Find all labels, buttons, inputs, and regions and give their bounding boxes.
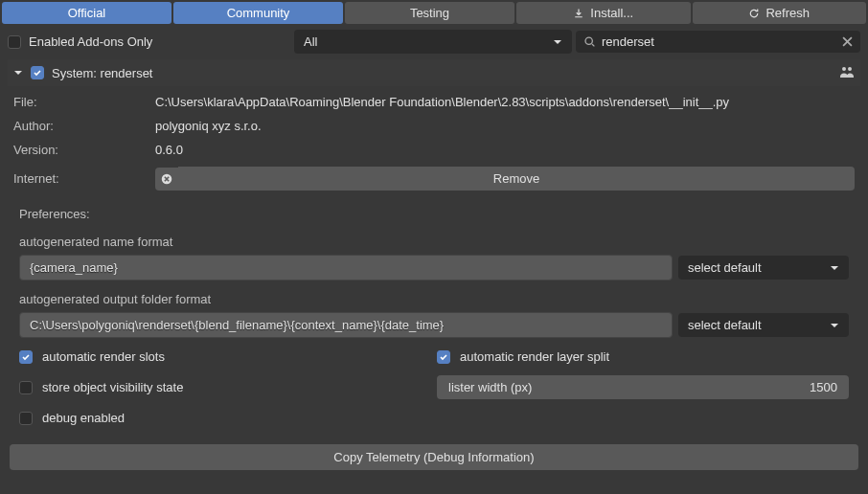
addon-title: System: renderset <box>52 66 832 80</box>
info-row-file: File: C:\Users\klara\AppData\Roaming\Ble… <box>8 90 860 114</box>
select-default-label: select default <box>688 318 762 332</box>
store-visibility-checkbox[interactable] <box>19 381 33 394</box>
info-label: Author: <box>13 119 148 133</box>
name-format-label: autogenerated name format <box>19 235 849 249</box>
lister-width-label: lister width (px) <box>448 380 532 394</box>
source-tabbar: Official Community Testing Install... Re… <box>0 0 868 26</box>
folder-format-input[interactable] <box>19 312 673 338</box>
svg-point-0 <box>585 37 592 44</box>
addon-header[interactable]: System: renderset <box>8 59 860 86</box>
enabled-only-label: Enabled Add-ons Only <box>29 34 152 49</box>
disclosure-down-icon <box>13 68 23 78</box>
folder-format-label: autogenerated output folder format <box>19 292 849 306</box>
auto-slots-checkbox[interactable] <box>19 350 33 364</box>
filter-bar: Enabled Add-ons Only All <box>0 26 868 57</box>
refresh-button[interactable]: Refresh <box>693 2 867 24</box>
search-input[interactable] <box>602 34 836 49</box>
debug-label: debug enabled <box>42 411 125 425</box>
install-label: Install... <box>590 6 633 20</box>
info-row-version: Version: 0.6.0 <box>8 138 860 162</box>
preferences-heading: Preferences: <box>19 207 849 221</box>
community-icon <box>839 65 855 80</box>
refresh-label: Refresh <box>765 6 810 20</box>
install-button[interactable]: Install... <box>516 2 691 24</box>
auto-slots-label: automatic render slots <box>42 349 165 364</box>
debug-checkbox[interactable] <box>19 412 33 425</box>
info-value: C:\Users\klara\AppData\Roaming\Blender F… <box>155 95 855 109</box>
download-icon <box>573 8 584 19</box>
info-row-author: Author: polygoniq xyz s.r.o. <box>8 114 860 138</box>
addon-info: File: C:\Users\klara\AppData\Roaming\Ble… <box>8 86 860 199</box>
auto-layer-checkbox[interactable] <box>437 350 450 364</box>
select-default-label: select default <box>688 260 762 275</box>
tab-community[interactable]: Community <box>173 2 343 24</box>
chevron-down-icon <box>830 321 839 330</box>
clear-search-icon[interactable] <box>842 36 853 47</box>
auto-layer-label: automatic render layer split <box>460 349 609 364</box>
info-label: File: <box>13 95 148 109</box>
info-label: Version: <box>13 143 148 157</box>
name-format-input[interactable] <box>19 255 673 281</box>
remove-button[interactable]: Remove <box>178 167 855 191</box>
info-label: Internet: <box>13 171 148 186</box>
internet-link-button[interactable] <box>155 168 178 191</box>
addon-enable-checkbox[interactable] <box>31 66 44 79</box>
category-value: All <box>304 34 317 49</box>
tab-testing[interactable]: Testing <box>345 2 514 24</box>
tab-official[interactable]: Official <box>2 2 171 24</box>
lister-width-value: 1500 <box>810 380 837 394</box>
addon-preferences: Preferences: autogenerated name format s… <box>8 199 860 444</box>
refresh-icon <box>748 8 760 19</box>
category-select[interactable]: All <box>294 30 572 54</box>
chevron-down-icon <box>830 263 839 273</box>
info-value: polygoniq xyz s.r.o. <box>155 119 855 133</box>
cancel-circle-icon <box>160 172 173 186</box>
folder-format-default-select[interactable]: select default <box>678 313 849 337</box>
info-row-internet: Internet: Remove <box>8 162 860 195</box>
copy-telemetry-button[interactable]: Copy Telemetry (Debug Information) <box>10 444 858 470</box>
store-visibility-label: store object visibility state <box>42 380 183 394</box>
search-icon <box>583 35 596 48</box>
lister-width-field[interactable]: lister width (px) 1500 <box>437 375 849 399</box>
name-format-default-select[interactable]: select default <box>678 256 849 280</box>
info-value: 0.6.0 <box>155 143 855 157</box>
chevron-down-icon <box>553 37 562 47</box>
search-field[interactable] <box>576 31 860 53</box>
enabled-only-checkbox[interactable] <box>8 35 21 49</box>
addon-panel: System: renderset File: C:\Users\klara\A… <box>8 59 860 470</box>
